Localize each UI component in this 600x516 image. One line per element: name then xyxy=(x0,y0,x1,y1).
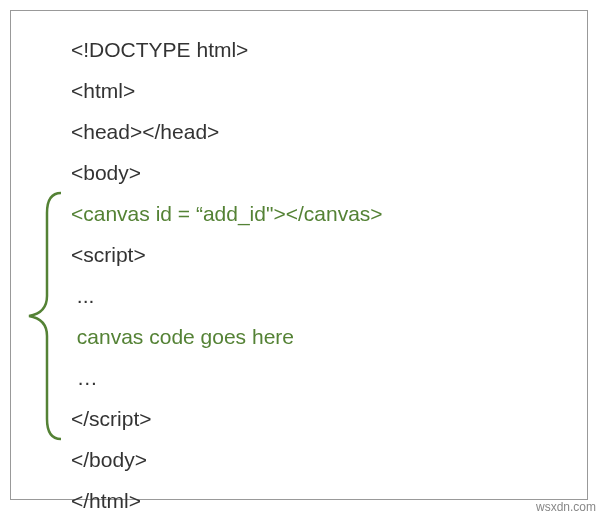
code-line-html-close: </html> xyxy=(71,480,587,516)
code-line-canvas-comment: canvas code goes here xyxy=(71,316,587,357)
code-block: <!DOCTYPE html> <html> <head></head> <bo… xyxy=(11,29,587,516)
code-line-ellipsis-1: ... xyxy=(71,275,587,316)
code-line-head: <head></head> xyxy=(71,111,587,152)
code-line-script-close: </script> xyxy=(71,398,587,439)
code-snippet-frame: <!DOCTYPE html> <html> <head></head> <bo… xyxy=(10,10,588,500)
code-line-body-open: <body> xyxy=(71,152,587,193)
code-line-doctype: <!DOCTYPE html> xyxy=(71,29,587,70)
code-line-ellipsis-2: … xyxy=(71,357,587,398)
code-line-html-open: <html> xyxy=(71,70,587,111)
watermark: wsxdn.com xyxy=(536,500,596,514)
code-line-canvas: <canvas id = “add_id"></canvas> xyxy=(71,193,587,234)
curly-brace-icon xyxy=(21,191,63,441)
code-line-script-open: <script> xyxy=(71,234,587,275)
code-line-body-close: </body> xyxy=(71,439,587,480)
